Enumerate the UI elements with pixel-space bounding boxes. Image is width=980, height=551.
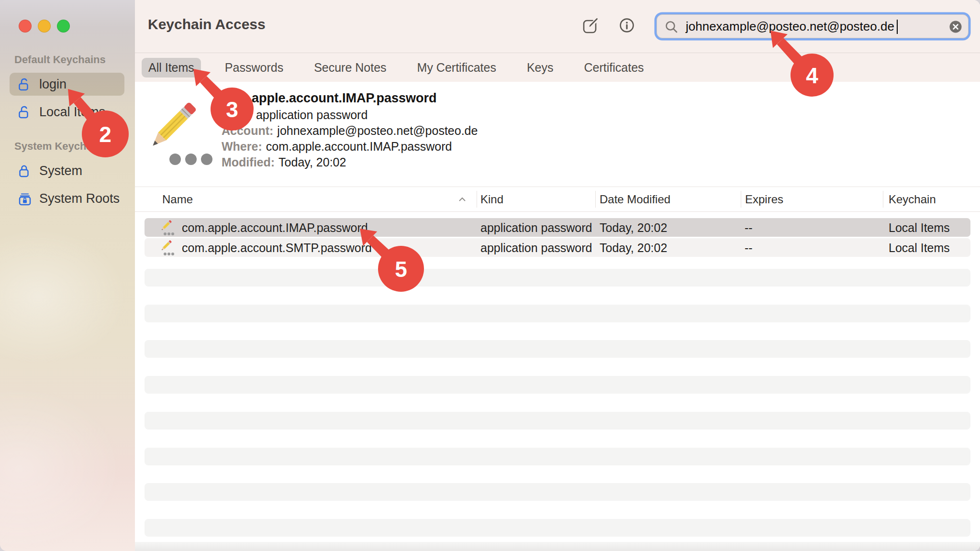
lock-open-icon — [18, 105, 31, 119]
keychain-access-window: Default KeychainsloginLocal ItemsSystem … — [0, 0, 980, 551]
info-icon[interactable] — [619, 17, 635, 33]
window-bottom-edge — [135, 542, 980, 551]
cell-date-modified: Today, 20:02 — [600, 221, 667, 235]
sidebar-item-label: Local Items — [39, 105, 105, 120]
compose-icon[interactable] — [583, 17, 599, 33]
detail-item-title: com.apple.account.IMAP.password — [222, 91, 437, 106]
tab-keys[interactable]: Keys — [520, 58, 560, 77]
search-input[interactable]: johnexample@posteo.net@posteo.de — [657, 14, 969, 38]
tab-secure-notes[interactable]: Secure Notes — [307, 58, 393, 77]
table-row-com.apple.account.SMTP.password[interactable]: com.apple.account.SMTP.passwordapplicati… — [145, 238, 970, 257]
sidebar-section-header: Default Keychains — [14, 54, 106, 66]
empty-row-stripe — [145, 376, 970, 394]
empty-row-stripe — [145, 448, 970, 465]
lock-open-icon — [18, 77, 31, 91]
detail-field-label: Kind: — [222, 108, 252, 121]
sidebar-item-system-roots[interactable]: System Roots — [10, 187, 124, 210]
tab-all-items[interactable]: All Items — [142, 58, 201, 77]
sidebar-section-header: System Keychains — [14, 140, 107, 153]
text-caret — [897, 20, 898, 34]
detail-field: Where:com.apple.account.IMAP.password — [222, 140, 452, 153]
detail-field: Modified:Today, 20:02 — [222, 155, 346, 169]
sort-ascending-icon — [458, 197, 466, 202]
detail-field-label: Where: — [222, 140, 262, 153]
column-header-date-modified[interactable]: Date Modified — [600, 193, 670, 206]
empty-row-stripe — [145, 483, 970, 501]
column-header-expires[interactable]: Expires — [745, 193, 783, 206]
detail-field-label: Modified: — [222, 155, 275, 169]
empty-row-stripe — [145, 305, 970, 322]
empty-row-stripe — [145, 269, 970, 287]
clear-search-icon[interactable] — [949, 20, 962, 33]
close-window-button[interactable] — [19, 20, 32, 33]
column-divider — [477, 191, 477, 208]
search-query-text: johnexample@posteo.net@posteo.de — [686, 19, 894, 34]
detail-field-value: application password — [256, 108, 368, 121]
sidebar-item-system[interactable]: System — [10, 159, 124, 182]
pencil-dots-icon — [140, 89, 219, 170]
detail-field-value: johnexample@posteo.net@posteo.de — [277, 124, 478, 137]
lock-closed-icon — [18, 164, 31, 178]
detail-field: Account:johnexample@posteo.net@posteo.de — [222, 124, 478, 137]
column-divider — [883, 191, 883, 208]
tab-passwords[interactable]: Passwords — [218, 58, 290, 77]
window-title: Keychain Access — [148, 16, 266, 33]
detail-field-label: Account: — [222, 124, 273, 137]
category-tabbar: All ItemsPasswordsSecure NotesMy Certifi… — [135, 53, 980, 82]
sidebar-item-label: System Roots — [39, 191, 120, 206]
cell-date-modified: Today, 20:02 — [600, 241, 667, 255]
column-divider — [595, 191, 596, 208]
column-header-name[interactable]: Name — [162, 193, 193, 206]
cell-kind: application password — [480, 221, 592, 235]
detail-field-value: com.apple.account.IMAP.password — [266, 140, 452, 153]
tab-certificates[interactable]: Certificates — [578, 58, 651, 77]
main-pane: Keychain Access johnexample@posteo.net@p… — [135, 0, 980, 551]
empty-row-stripe — [145, 412, 970, 430]
cell-expires: -- — [745, 221, 753, 235]
content-area: com.apple.account.IMAP.password Kind:app… — [135, 82, 980, 551]
toolbar: Keychain Access johnexample@posteo.net@p… — [135, 0, 980, 53]
empty-row-stripe — [145, 519, 970, 537]
cell-keychain: Local Items — [889, 221, 950, 235]
column-divider — [741, 191, 741, 208]
detail-field-value: Today, 20:02 — [278, 155, 346, 169]
table-row-com.apple.account.IMAP.password[interactable]: com.apple.account.IMAP.passwordapplicati… — [145, 218, 970, 237]
minimize-window-button[interactable] — [38, 20, 51, 33]
column-header-keychain[interactable]: Keychain — [889, 193, 936, 206]
sidebar: Default KeychainsloginLocal ItemsSystem … — [0, 0, 135, 551]
column-header-kind[interactable]: Kind — [480, 193, 503, 206]
cell-kind: application password — [480, 241, 592, 255]
search-icon — [665, 20, 679, 34]
detail-field: Kind:application password — [222, 108, 368, 121]
pencil-dots-icon — [159, 240, 176, 259]
cell-expires: -- — [745, 241, 753, 255]
zoom-window-button[interactable] — [57, 20, 70, 33]
cell-keychain: Local Items — [889, 241, 950, 255]
empty-row-stripe — [145, 340, 970, 358]
table-header: NameKindDate ModifiedExpiresKeychain — [135, 187, 980, 212]
pencil-dots-icon — [159, 220, 176, 239]
lock-box-icon — [18, 191, 31, 206]
cell-name: com.apple.account.SMTP.password — [182, 241, 372, 255]
sidebar-item-login[interactable]: login — [10, 73, 124, 96]
sidebar-item-local-items[interactable]: Local Items — [10, 100, 124, 123]
tab-my-certificates[interactable]: My Certificates — [411, 58, 503, 77]
sidebar-item-label: System — [39, 164, 82, 178]
cell-name: com.apple.account.IMAP.password — [182, 221, 368, 235]
sidebar-item-label: login — [39, 77, 67, 92]
